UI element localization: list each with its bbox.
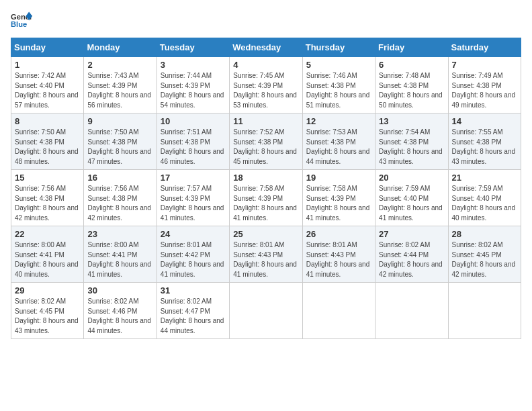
calendar-cell: 18 Sunrise: 7:58 AM Sunset: 4:39 PM Dayl…: [230, 170, 302, 226]
day-info: Sunrise: 7:50 AM Sunset: 4:38 PM Dayligh…: [15, 128, 80, 167]
day-info: Sunrise: 8:00 AM Sunset: 4:41 PM Dayligh…: [87, 240, 152, 279]
day-number: 18: [233, 173, 298, 183]
calendar-cell: 9 Sunrise: 7:50 AM Sunset: 4:38 PM Dayli…: [84, 113, 157, 170]
page-header: General Blue: [11, 11, 521, 30]
day-info: Sunrise: 8:02 AM Sunset: 4:47 PM Dayligh…: [161, 297, 226, 336]
day-info: Sunrise: 7:56 AM Sunset: 4:38 PM Dayligh…: [87, 184, 152, 223]
day-info: Sunrise: 8:00 AM Sunset: 4:41 PM Dayligh…: [15, 240, 80, 279]
calendar-cell: 17 Sunrise: 7:57 AM Sunset: 4:39 PM Dayl…: [157, 170, 229, 226]
column-header-monday: Monday: [84, 38, 157, 57]
calendar-cell: 25 Sunrise: 8:01 AM Sunset: 4:43 PM Dayl…: [230, 226, 302, 283]
day-info: Sunrise: 7:52 AM Sunset: 4:38 PM Dayligh…: [233, 128, 298, 167]
day-number: 20: [379, 173, 444, 183]
calendar-cell: 22 Sunrise: 8:00 AM Sunset: 4:41 PM Dayl…: [11, 226, 84, 283]
day-info: Sunrise: 7:45 AM Sunset: 4:39 PM Dayligh…: [233, 71, 298, 110]
day-info: Sunrise: 7:58 AM Sunset: 4:39 PM Dayligh…: [233, 184, 298, 223]
day-info: Sunrise: 8:02 AM Sunset: 4:45 PM Dayligh…: [15, 297, 80, 336]
calendar-cell: 20 Sunrise: 7:59 AM Sunset: 4:40 PM Dayl…: [375, 170, 448, 226]
calendar-cell: 21 Sunrise: 7:59 AM Sunset: 4:40 PM Dayl…: [448, 170, 521, 226]
calendar-cell: 14 Sunrise: 7:55 AM Sunset: 4:38 PM Dayl…: [448, 113, 521, 170]
day-number: 4: [233, 60, 298, 70]
day-number: 2: [87, 60, 152, 70]
day-info: Sunrise: 7:56 AM Sunset: 4:38 PM Dayligh…: [15, 184, 80, 223]
calendar-cell: 30 Sunrise: 8:02 AM Sunset: 4:46 PM Dayl…: [84, 283, 157, 339]
day-number: 3: [161, 60, 226, 70]
day-info: Sunrise: 7:53 AM Sunset: 4:38 PM Dayligh…: [306, 128, 371, 167]
day-number: 24: [161, 229, 226, 239]
day-info: Sunrise: 8:01 AM Sunset: 4:42 PM Dayligh…: [161, 240, 226, 279]
column-header-wednesday: Wednesday: [230, 38, 302, 57]
day-info: Sunrise: 7:50 AM Sunset: 4:38 PM Dayligh…: [87, 128, 152, 167]
calendar-cell: 26 Sunrise: 8:01 AM Sunset: 4:43 PM Dayl…: [302, 226, 375, 283]
column-header-thursday: Thursday: [302, 38, 375, 57]
day-number: 21: [452, 173, 517, 183]
calendar-cell: 23 Sunrise: 8:00 AM Sunset: 4:41 PM Dayl…: [84, 226, 157, 283]
calendar-cell: 1 Sunrise: 7:42 AM Sunset: 4:40 PM Dayli…: [11, 57, 84, 113]
day-info: Sunrise: 7:57 AM Sunset: 4:39 PM Dayligh…: [161, 184, 226, 223]
column-header-tuesday: Tuesday: [157, 38, 229, 57]
day-info: Sunrise: 8:01 AM Sunset: 4:43 PM Dayligh…: [306, 240, 371, 279]
day-info: Sunrise: 7:55 AM Sunset: 4:38 PM Dayligh…: [452, 128, 517, 167]
calendar-cell: 12 Sunrise: 7:53 AM Sunset: 4:38 PM Dayl…: [302, 113, 375, 170]
day-number: 8: [15, 116, 80, 126]
calendar-cell: 24 Sunrise: 8:01 AM Sunset: 4:42 PM Dayl…: [157, 226, 229, 283]
day-info: Sunrise: 7:59 AM Sunset: 4:40 PM Dayligh…: [452, 184, 517, 223]
calendar-cell: 15 Sunrise: 7:56 AM Sunset: 4:38 PM Dayl…: [11, 170, 84, 226]
calendar-header-row: SundayMondayTuesdayWednesdayThursdayFrid…: [11, 38, 521, 57]
day-number: 29: [15, 285, 80, 295]
day-number: 19: [306, 173, 371, 183]
day-number: 6: [379, 60, 444, 70]
calendar-cell: [448, 283, 521, 339]
calendar-table: SundayMondayTuesdayWednesdayThursdayFrid…: [11, 38, 521, 339]
day-info: Sunrise: 7:58 AM Sunset: 4:39 PM Dayligh…: [306, 184, 371, 223]
day-info: Sunrise: 8:02 AM Sunset: 4:45 PM Dayligh…: [452, 240, 517, 279]
day-info: Sunrise: 7:43 AM Sunset: 4:39 PM Dayligh…: [87, 71, 152, 110]
calendar-cell: [302, 283, 375, 339]
calendar-cell: 29 Sunrise: 8:02 AM Sunset: 4:45 PM Dayl…: [11, 283, 84, 339]
calendar-cell: 6 Sunrise: 7:48 AM Sunset: 4:38 PM Dayli…: [375, 57, 448, 113]
calendar-cell: 4 Sunrise: 7:45 AM Sunset: 4:39 PM Dayli…: [230, 57, 302, 113]
calendar-cell: 10 Sunrise: 7:51 AM Sunset: 4:38 PM Dayl…: [157, 113, 229, 170]
day-info: Sunrise: 8:02 AM Sunset: 4:44 PM Dayligh…: [379, 240, 444, 279]
day-number: 28: [452, 229, 517, 239]
logo: General Blue: [11, 11, 32, 30]
day-number: 5: [306, 60, 371, 70]
day-info: Sunrise: 8:01 AM Sunset: 4:43 PM Dayligh…: [233, 240, 298, 279]
day-info: Sunrise: 8:02 AM Sunset: 4:46 PM Dayligh…: [87, 297, 152, 336]
calendar-cell: 28 Sunrise: 8:02 AM Sunset: 4:45 PM Dayl…: [448, 226, 521, 283]
column-header-friday: Friday: [375, 38, 448, 57]
day-number: 22: [15, 229, 80, 239]
day-number: 25: [233, 229, 298, 239]
column-header-saturday: Saturday: [448, 38, 521, 57]
calendar-cell: 11 Sunrise: 7:52 AM Sunset: 4:38 PM Dayl…: [230, 113, 302, 170]
day-number: 26: [306, 229, 371, 239]
day-number: 13: [379, 116, 444, 126]
day-number: 9: [87, 116, 152, 126]
day-number: 12: [306, 116, 371, 126]
day-info: Sunrise: 7:49 AM Sunset: 4:38 PM Dayligh…: [452, 71, 517, 110]
calendar-cell: 27 Sunrise: 8:02 AM Sunset: 4:44 PM Dayl…: [375, 226, 448, 283]
calendar-week-4: 22 Sunrise: 8:00 AM Sunset: 4:41 PM Dayl…: [11, 226, 521, 283]
calendar-week-5: 29 Sunrise: 8:02 AM Sunset: 4:45 PM Dayl…: [11, 283, 521, 339]
day-number: 7: [452, 60, 517, 70]
day-info: Sunrise: 7:44 AM Sunset: 4:39 PM Dayligh…: [161, 71, 226, 110]
logo-icon: General Blue: [11, 11, 32, 30]
day-number: 14: [452, 116, 517, 126]
calendar-cell: 8 Sunrise: 7:50 AM Sunset: 4:38 PM Dayli…: [11, 113, 84, 170]
day-number: 31: [161, 285, 226, 295]
day-info: Sunrise: 7:42 AM Sunset: 4:40 PM Dayligh…: [15, 71, 80, 110]
calendar-cell: 3 Sunrise: 7:44 AM Sunset: 4:39 PM Dayli…: [157, 57, 229, 113]
calendar-cell: 31 Sunrise: 8:02 AM Sunset: 4:47 PM Dayl…: [157, 283, 229, 339]
svg-text:Blue: Blue: [11, 20, 27, 28]
day-info: Sunrise: 7:54 AM Sunset: 4:38 PM Dayligh…: [379, 128, 444, 167]
day-number: 23: [87, 229, 152, 239]
calendar-cell: [375, 283, 448, 339]
calendar-cell: 2 Sunrise: 7:43 AM Sunset: 4:39 PM Dayli…: [84, 57, 157, 113]
day-number: 27: [379, 229, 444, 239]
day-number: 30: [87, 285, 152, 295]
calendar-week-3: 15 Sunrise: 7:56 AM Sunset: 4:38 PM Dayl…: [11, 170, 521, 226]
day-info: Sunrise: 7:48 AM Sunset: 4:38 PM Dayligh…: [379, 71, 444, 110]
day-number: 1: [15, 60, 80, 70]
calendar-cell: 13 Sunrise: 7:54 AM Sunset: 4:38 PM Dayl…: [375, 113, 448, 170]
calendar-cell: 19 Sunrise: 7:58 AM Sunset: 4:39 PM Dayl…: [302, 170, 375, 226]
